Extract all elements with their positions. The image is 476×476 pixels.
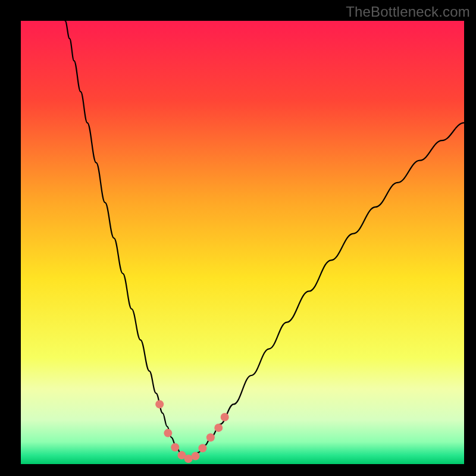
data-marker [206,433,215,441]
series-curve-left [65,21,190,459]
data-marker [164,429,172,437]
series-curve-right [189,123,464,459]
data-marker [184,455,193,463]
curve-layer [21,21,464,464]
data-marker [171,443,179,452]
plot-area [21,21,464,464]
data-marker [192,452,200,461]
chart-frame: TheBottleneck.com [0,0,476,476]
data-marker [221,413,229,421]
watermark-label: TheBottleneck.com [346,4,470,20]
data-marker [155,400,164,408]
data-marker [214,424,223,432]
data-marker [198,444,206,452]
